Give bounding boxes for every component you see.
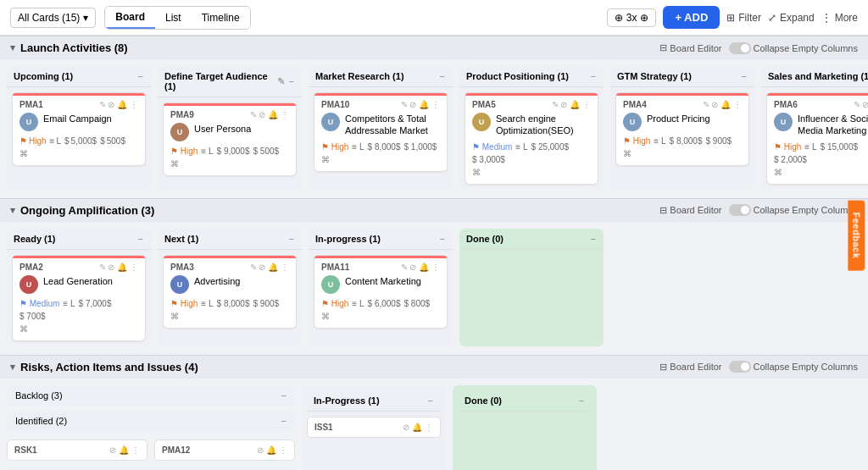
- size-pma10: ≡ L: [352, 142, 364, 152]
- column-minus-next[interactable]: −: [288, 234, 295, 244]
- group-title-ongoing: Ongoing Amplification (3): [20, 204, 654, 217]
- toggle-icon: [729, 42, 751, 54]
- launch-columns: Upcoming (1) − PMA1 ✎ ⊘ 🔔 ⋮ U Email Camp…: [0, 59, 868, 196]
- risks-done-title: Done (0): [465, 395, 575, 406]
- card-action-icons-pma5: ✎ ⊘ 🔔 ⋮: [552, 100, 591, 109]
- size-pma2: ≡ L: [63, 299, 75, 308]
- collapse-empty-btn-ongoing[interactable]: Collapse Empty Columns: [729, 204, 859, 216]
- subcost-pma2: $ 700$: [19, 312, 46, 321]
- board-editor-btn-risks[interactable]: ⊟ Board Editor: [659, 362, 721, 373]
- expand-button[interactable]: ⤢ Expand: [768, 12, 815, 24]
- card-cmd-pma4: ⌘: [623, 149, 742, 158]
- mini-card-icons-iss1: ⊘ 🔔 ⋮: [403, 423, 433, 432]
- card-meta-pma10: ⚑ High ≡ L $ 8,000$ $ 1,000$: [321, 142, 440, 152]
- risks-inprogress-minus[interactable]: −: [427, 395, 434, 406]
- column-minus-inprogress[interactable]: −: [439, 234, 446, 244]
- card-meta-pma6: ⚑ High ≡ L $ 15,000$ $ 2,000$: [774, 142, 868, 164]
- avatar-pma3: U: [170, 275, 189, 294]
- collapse-empty-btn-launch[interactable]: Collapse Empty Columns: [729, 42, 859, 54]
- priority-pma2: ⚑ Medium: [19, 299, 59, 308]
- board-icon-ongoing: ⊟: [659, 205, 667, 216]
- tab-timeline[interactable]: Timeline: [192, 7, 250, 29]
- card-body-pma11: U Content Marketing: [321, 275, 440, 294]
- priority-pma4: ⚑ High: [623, 136, 650, 146]
- column-title-sales: Sales and Marketing (1): [768, 71, 868, 81]
- card-top-pma2: PMA2 ✎ ⊘ 🔔 ⋮: [19, 263, 138, 272]
- backlog-label: Backlog (3): [15, 390, 278, 401]
- column-header-product: Product Positioning (1) −: [459, 66, 604, 87]
- mini-card-iss1: ISS1 ⊘ 🔔 ⋮: [307, 417, 441, 438]
- column-title-define: Define Target Audience (1): [164, 71, 274, 91]
- card-cmd-pma2: ⌘: [19, 324, 138, 334]
- card-pma11: PMA11 ✎ ⊘ 🔔 ⋮ U Content Marketing ⚑ High…: [314, 255, 448, 329]
- board-editor-btn-ongoing[interactable]: ⊟ Board Editor: [659, 205, 721, 216]
- board-icon-risks: ⊟: [659, 362, 667, 373]
- column-minus-market[interactable]: −: [439, 71, 446, 81]
- subcost-pma4: $ 900$: [705, 136, 732, 146]
- more-button[interactable]: ⋮ More: [821, 12, 858, 24]
- column-title-inprogress: In-progress (1): [315, 234, 436, 244]
- card-id-pma6: PMA6: [774, 100, 798, 109]
- card-meta-pma11: ⚑ High ≡ L $ 6,000$ $ 800$: [321, 299, 440, 308]
- column-minus-product[interactable]: −: [590, 71, 597, 81]
- column-body-gtm: PMA4 ✎ ⊘ 🔔 ⋮ U Product Pricing ⚑ High ≡ …: [610, 87, 754, 171]
- board-editor-btn-launch[interactable]: ⊟ Board Editor: [659, 42, 721, 53]
- column-title-upcoming: Upcoming (1): [14, 71, 134, 81]
- zoom-value: 3x: [626, 12, 637, 24]
- main-content: ▾ Launch Activities (8) ⊟ Board Editor C…: [0, 36, 868, 470]
- top-actions: ⊕ 3x ⊕ + ADD ⊞ Filter ⤢ Expand ⋮ More: [607, 6, 858, 29]
- card-body-pma2: U Lead Generation: [19, 275, 138, 294]
- risks-done-minus[interactable]: −: [578, 395, 585, 406]
- card-top-pma6: PMA6 ✎ ⊘ 🔔 ⋮: [774, 100, 868, 109]
- priority-pma5: ⚑ Medium: [472, 142, 512, 152]
- zoom-icon: ⊕: [615, 12, 623, 24]
- feedback-tab[interactable]: Feedback: [849, 200, 865, 270]
- view-toggle: Board List Timeline: [104, 6, 250, 30]
- to-be-taken-item: To be taken next (1) −: [7, 467, 295, 470]
- card-top-pma4: PMA4 ✎ ⊘ 🔔 ⋮: [623, 100, 742, 109]
- card-title-pma3: Advertising: [194, 275, 240, 287]
- column-body-done-ongoing: [459, 250, 604, 260]
- tab-board[interactable]: Board: [105, 7, 155, 29]
- subcost-pma3: $ 900$: [253, 299, 279, 308]
- card-cmd-pma5: ⌘: [472, 168, 591, 177]
- card-cmd-pma1: ⌘: [19, 149, 138, 158]
- more-label: More: [835, 12, 858, 24]
- identified-minus[interactable]: −: [281, 416, 287, 426]
- backlog-row: Backlog (3) −: [7, 385, 295, 406]
- column-header-sales: Sales and Marketing (1) −: [761, 66, 868, 87]
- priority-pma10: ⚑ High: [321, 142, 348, 152]
- size-pma11: ≡ L: [352, 299, 364, 308]
- all-cards-select[interactable]: All Cards (15) ▾: [10, 8, 96, 28]
- cost-pma11: $ 6,000$: [368, 299, 401, 308]
- pencil-icon: ✎: [277, 76, 285, 87]
- tab-list[interactable]: List: [155, 7, 192, 29]
- zoom-expand-icon: ⊕: [640, 12, 648, 24]
- filter-button[interactable]: ⊞ Filter: [726, 12, 761, 24]
- column-minus-gtm[interactable]: −: [741, 71, 748, 81]
- column-minus-done-ongoing[interactable]: −: [590, 234, 597, 244]
- add-button[interactable]: + ADD: [663, 6, 720, 29]
- column-minus-ready[interactable]: −: [137, 234, 144, 244]
- backlog-minus[interactable]: −: [281, 390, 287, 401]
- mini-card-id-rsk1: RSK1: [14, 445, 37, 455]
- card-id-pma5: PMA5: [472, 100, 496, 109]
- card-pma2: PMA2 ✎ ⊘ 🔔 ⋮ U Lead Generation ⚑ Medium …: [12, 255, 146, 341]
- card-action-icons-pma10: ✎ ⊘ 🔔 ⋮: [401, 100, 440, 109]
- column-minus-define[interactable]: −: [288, 76, 295, 86]
- group-title-launch: Launch Activities (8): [20, 41, 654, 54]
- column-title-market: Market Research (1): [315, 71, 436, 81]
- column-next: Next (1) − PMA3 ✎ ⊘ 🔔 ⋮ U Advertising: [158, 229, 302, 346]
- column-header-upcoming: Upcoming (1) −: [7, 66, 151, 87]
- risks-inprogress-col: In-Progress (1) − ISS1 ⊘ 🔔 ⋮: [302, 385, 446, 470]
- priority-pma6: ⚑ High: [774, 142, 801, 152]
- collapse-empty-btn-risks[interactable]: Collapse Empty Columns: [729, 361, 859, 373]
- column-minus-upcoming[interactable]: −: [137, 71, 144, 81]
- size-pma3: ≡ L: [201, 299, 213, 308]
- priority-pma1: ⚑ High: [19, 136, 47, 146]
- avatar-pma9: U: [170, 123, 189, 141]
- zoom-control[interactable]: ⊕ 3x ⊕: [607, 8, 657, 27]
- avatar-pma1: U: [19, 113, 38, 131]
- card-pma6: PMA6 ✎ ⊘ 🔔 ⋮ U Influencer & Social Media…: [766, 92, 868, 185]
- card-id-pma9: PMA9: [170, 110, 194, 119]
